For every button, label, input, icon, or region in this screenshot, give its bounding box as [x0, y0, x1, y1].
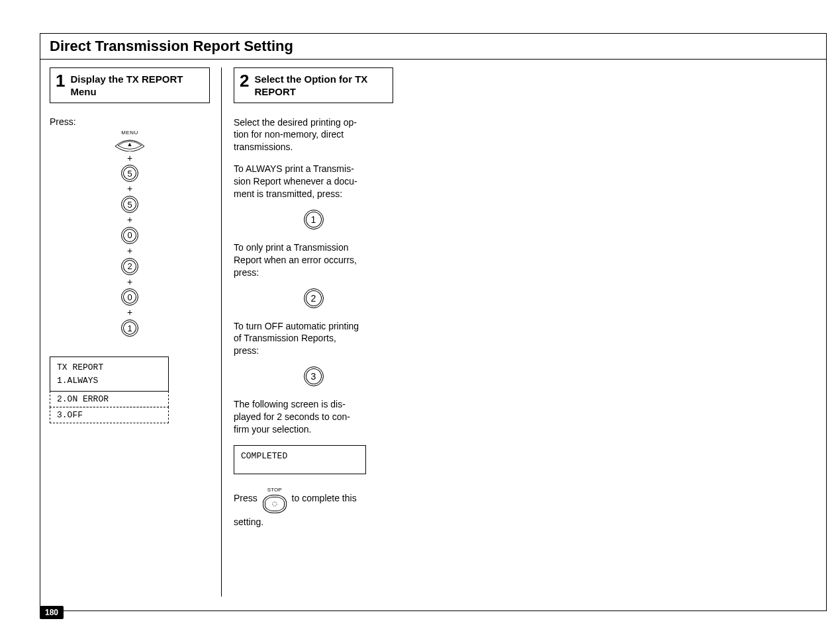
step-1-header: 1 Display the TX REPORT Menu: [50, 67, 210, 103]
lcd-completed: COMPLETED: [234, 445, 366, 474]
svg-point-0: [272, 502, 276, 506]
key-0-icon: 0: [121, 227, 138, 244]
step-1-number: 1: [56, 72, 65, 89]
lcd-stack: TX REPORT 1.ALWAYS 2.ON ERROR 3.OFF: [50, 357, 210, 423]
stop-label: STOP: [263, 485, 287, 495]
step-2-title: Select the Option for TX REPORT: [254, 72, 387, 99]
lcd-line-1: TX REPORT: [57, 362, 103, 372]
stop-key-icon: [263, 495, 287, 513]
lcd-completed-text: COMPLETED: [241, 451, 287, 461]
key-1-icon: 1: [121, 319, 138, 337]
key-0-icon: 0: [121, 288, 138, 306]
key-1-row: 1: [234, 210, 393, 230]
menu-triangle-icon: ▲: [114, 141, 146, 147]
key-sequence: MENU ▲ + 5 + 5 + 0 + 2 + 0 +: [80, 130, 179, 337]
paragraph-always: To ALWAYS print a Transmis- sion Report …: [234, 163, 393, 200]
menu-key-icon: ▲: [114, 137, 146, 151]
plus-icon: +: [127, 183, 132, 194]
plus-icon: +: [127, 307, 132, 318]
key-5-icon: 5: [121, 165, 138, 182]
lcd-line-2: 1.ALWAYS: [57, 376, 98, 386]
press-word: Press: [234, 493, 257, 503]
column-2: 2 Select the Option for TX REPORT Select…: [221, 67, 393, 597]
lcd-hidden-3: 3.OFF: [50, 407, 169, 423]
setting-word: setting.: [234, 517, 263, 527]
section-title-box: Direct Transmission Report Setting: [40, 34, 826, 60]
key-3-row: 3: [234, 366, 393, 386]
column-1: 1 Display the TX REPORT Menu Press: MENU…: [50, 67, 222, 597]
page-number-badge: 180: [40, 606, 64, 619]
lcd-hidden-2: 2.ON ERROR: [50, 391, 169, 407]
complete-tail: to complete this: [292, 493, 357, 503]
key-2-icon: 2: [121, 258, 138, 275]
plus-icon: +: [127, 214, 132, 226]
stop-key-wrap: STOP: [263, 485, 287, 513]
paragraph-off: To turn OFF automatic printing of Transm…: [234, 320, 393, 358]
key-3-icon: 3: [304, 366, 324, 386]
page-border: Direct Transmission Report Setting 1 Dis…: [40, 33, 827, 611]
plus-icon: +: [127, 245, 132, 257]
key-2-row: 2: [234, 288, 393, 308]
paragraph-confirm: The following screen is dis- played for …: [234, 398, 393, 436]
step-2-header: 2 Select the Option for TX REPORT: [234, 67, 393, 103]
paragraph-on-error: To only print a Transmission Report when…: [234, 241, 393, 279]
plus-icon: +: [127, 276, 132, 288]
lcd-display: TX REPORT 1.ALWAYS: [50, 357, 169, 392]
step-2-number: 2: [240, 72, 249, 89]
press-stop-line: Press STOP to complete this setting.: [234, 485, 393, 531]
key-1-icon: 1: [304, 210, 324, 230]
key-2-icon: 2: [304, 288, 324, 308]
step-1-title: Display the TX REPORT Menu: [70, 72, 204, 99]
section-title: Direct Transmission Report Setting: [50, 38, 817, 55]
plus-icon: +: [127, 153, 132, 164]
columns: 1 Display the TX REPORT Menu Press: MENU…: [40, 60, 826, 597]
menu-label: MENU: [121, 130, 138, 136]
press-label: Press:: [50, 116, 210, 127]
paragraph-intro: Select the desired printing op- tion for…: [234, 116, 393, 154]
key-5-icon: 5: [121, 196, 138, 213]
